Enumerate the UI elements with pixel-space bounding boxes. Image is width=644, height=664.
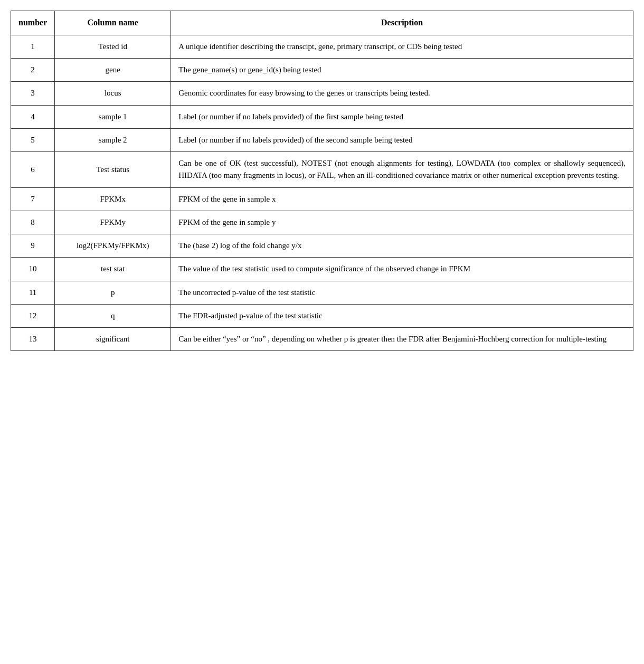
- cell-colname: test stat: [55, 258, 171, 281]
- cell-description: The value of the test statistic used to …: [171, 258, 633, 281]
- table-row: 13significantCan be either “yes” or “no”…: [11, 328, 633, 351]
- cell-number: 2: [11, 59, 55, 82]
- cell-number: 8: [11, 211, 55, 234]
- cell-number: 5: [11, 128, 55, 151]
- cell-number: 13: [11, 328, 55, 351]
- cell-description: Genomic coordinates for easy browsing to…: [171, 82, 633, 105]
- header-number: number: [11, 11, 55, 35]
- table-row: 3locusGenomic coordinates for easy brows…: [11, 82, 633, 105]
- cell-number: 9: [11, 234, 55, 258]
- cell-colname: q: [55, 304, 171, 327]
- table-row: 10test statThe value of the test statist…: [11, 258, 633, 281]
- cell-number: 6: [11, 152, 55, 188]
- header-colname: Column name: [55, 11, 171, 35]
- cell-colname: gene: [55, 59, 171, 82]
- cell-description: The (base 2) log of the fold change y/x: [171, 234, 633, 258]
- cell-colname: log2(FPKMy/FPKMx): [55, 234, 171, 258]
- header-row: number Column name Description: [11, 11, 633, 35]
- cell-colname: significant: [55, 328, 171, 351]
- table-row: 1Tested idA unique identifier describing…: [11, 35, 633, 58]
- table-row: 4sample 1Label (or number if no labels p…: [11, 105, 633, 128]
- cell-number: 1: [11, 35, 55, 58]
- cell-description: Can be one of OK (test successful), NOTE…: [171, 152, 633, 188]
- cell-number: 3: [11, 82, 55, 105]
- cell-description: Label (or number if no labels provided) …: [171, 128, 633, 151]
- cell-number: 11: [11, 281, 55, 304]
- table-row: 8FPKMyFPKM of the gene in sample y: [11, 211, 633, 234]
- cell-colname: Test status: [55, 152, 171, 188]
- cell-description: A unique identifier describing the trans…: [171, 35, 633, 58]
- cell-colname: sample 1: [55, 105, 171, 128]
- cell-colname: sample 2: [55, 128, 171, 151]
- cell-number: 12: [11, 304, 55, 327]
- cell-description: Label (or number if no labels provided) …: [171, 105, 633, 128]
- cell-description: FPKM of the gene in sample y: [171, 211, 633, 234]
- cell-colname: p: [55, 281, 171, 304]
- cell-number: 10: [11, 258, 55, 281]
- cell-description: The FDR-adjusted p-value of the test sta…: [171, 304, 633, 327]
- cell-colname: Tested id: [55, 35, 171, 58]
- cell-description: The gene_name(s) or gene_id(s) being tes…: [171, 59, 633, 82]
- table-row: 9log2(FPKMy/FPKMx)The (base 2) log of th…: [11, 234, 633, 258]
- main-table: number Column name Description 1Tested i…: [11, 11, 633, 351]
- cell-number: 7: [11, 187, 55, 211]
- cell-description: Can be either “yes” or “no” , depending …: [171, 328, 633, 351]
- table-row: 2geneThe gene_name(s) or gene_id(s) bein…: [11, 59, 633, 82]
- cell-description: FPKM of the gene in sample x: [171, 187, 633, 211]
- header-description: Description: [171, 11, 633, 35]
- table-row: 5sample 2Label (or number if no labels p…: [11, 128, 633, 151]
- cell-colname: locus: [55, 82, 171, 105]
- cell-number: 4: [11, 105, 55, 128]
- table-row: 6Test statusCan be one of OK (test succe…: [11, 152, 633, 188]
- cell-colname: FPKMy: [55, 211, 171, 234]
- cell-description: The uncorrected p-value of the test stat…: [171, 281, 633, 304]
- table-row: 12qThe FDR-adjusted p-value of the test …: [11, 304, 633, 327]
- cell-colname: FPKMx: [55, 187, 171, 211]
- table-row: 11pThe uncorrected p-value of the test s…: [11, 281, 633, 304]
- table-row: 7FPKMxFPKM of the gene in sample x: [11, 187, 633, 211]
